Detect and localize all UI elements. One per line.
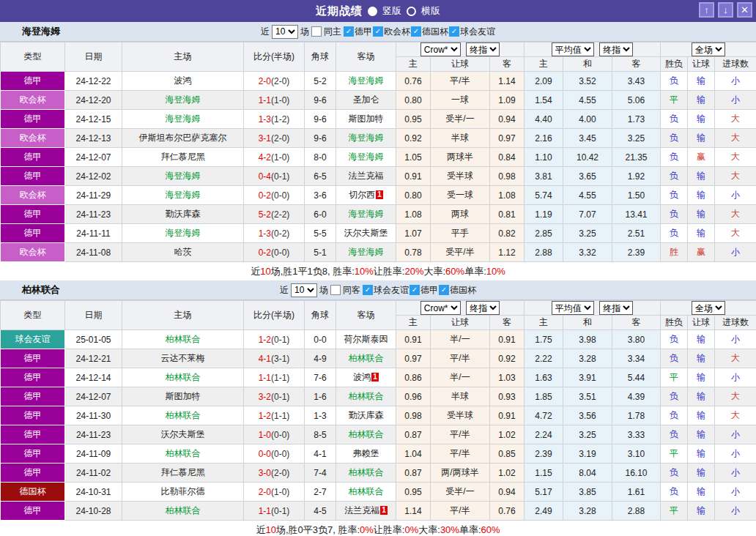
col-header-corner: 角球 [305,301,336,330]
odds-away-cell: 0.91 [490,406,525,425]
halftime-score: (0-1) [271,506,289,516]
corner-cell: 9-6 [305,110,336,129]
match-row: 德甲24-11-02拜仁慕尼黑3-0(2-0)7-4柏林联合0.87两/两球半1… [1,464,756,483]
league-checkbox[interactable]: ✓ [449,26,459,37]
league-checkbox[interactable]: ✓ [344,26,354,37]
corner-cell: 7-4 [305,464,336,483]
horizontal-layout-radio[interactable] [407,7,416,16]
match-row: 球会友谊25-01-05柏林联合1-2(0-1)0-0荷尔斯泰因0.91半/一0… [1,330,756,349]
col-header-score: 比分(半场) [244,301,305,330]
odds-home-cell: 0.87 [396,464,431,483]
results-table: 类型 日期 主场 比分(半场) 角球 客场 Crow* 终指 平均值 终指 [0,42,756,262]
halftime-score: (0-1) [271,335,289,345]
home-team-cell: 拜仁慕尼黑 [122,464,244,483]
odds-home-cell: 1.14 [396,502,431,521]
avg-final-select[interactable]: 终指 [599,301,633,315]
corner-cell: 5-1 [305,243,336,262]
odds-final-select[interactable]: 终指 [466,301,500,315]
avg-away-cell: 2.88 [612,502,661,521]
avg-home-cell: 2.85 [525,224,563,243]
away-team-cell: 斯图加特 [336,110,396,129]
avg-draw-cell: 3.51 [563,387,612,406]
move-down-button[interactable]: ↓ [718,2,733,18]
match-count-select[interactable]: 10 [272,25,298,39]
goals-result-cell: 大 [715,224,756,243]
league-type-cell: 德甲 [1,406,65,425]
avg-draw-cell: 4.00 [563,110,612,129]
league-type-cell: 德甲 [1,502,65,521]
league-checkbox[interactable]: ✓ [439,285,449,295]
move-up-button[interactable]: ↑ [699,2,714,18]
league-checkbox[interactable]: ✓ [410,285,420,295]
league-checkbox-label: 欧会杯 [384,26,410,38]
fulltime-score: 1-2 [259,335,271,345]
goals-result-cell: 小 [715,502,756,521]
col-header-score: 比分(半场) [244,42,305,72]
date-cell: 24-12-22 [65,72,122,91]
avg-away-cell: 1.50 [612,186,661,205]
results-table: 类型 日期 主场 比分(半场) 角球 客场 Crow* 终指 平均值 终指 [0,300,756,521]
summary-segment: 场,胜0平3负7, 胜率: [276,524,360,536]
score-cell: 1-3(0-2) [244,224,305,243]
odds-final-select[interactable]: 终指 [466,42,500,56]
corner-cell: 9-6 [305,91,336,110]
summary-segment: 大率: [418,524,440,536]
goals-result-cell: 小 [715,425,756,444]
date-cell: 24-12-15 [65,110,122,129]
home-team-cell: 勤沃库森 [122,205,244,224]
odds-home-cell: 0.91 [396,330,431,349]
date-cell: 24-12-07 [65,148,122,167]
home-team-cell: 海登海姆 [122,186,244,205]
avg-draw-cell: 3.85 [563,483,612,502]
sub-header-handicap: 让球 [431,316,490,330]
close-button[interactable]: ✕ [737,2,752,18]
away-team-cell: 柏林联合 [336,464,396,483]
league-type-cell: 德甲 [1,224,65,243]
avg-home-cell: 1.10 [525,148,563,167]
same-venue-checkbox[interactable] [330,285,341,295]
avg-company-select[interactable]: 平均值 [552,301,594,315]
league-checkbox[interactable]: ✓ [411,26,421,37]
league-checkbox[interactable]: ✓ [363,285,373,295]
team-name-text: 海登海姆 [166,171,201,181]
vertical-layout-radio[interactable] [368,7,377,16]
halftime-score: (2-0) [271,468,289,478]
sub-header-odds-away: 客 [490,57,525,72]
fulltime-score: 1-3 [259,114,271,124]
summary-segment: 20% [404,266,423,277]
avg-home-cell: 1.85 [525,387,563,406]
date-cell: 24-12-13 [65,129,122,148]
date-cell: 24-12-07 [65,387,122,406]
avg-draw-cell: 3.19 [563,444,612,464]
home-team-cell: 波鸿 [122,72,244,91]
avg-final-select[interactable]: 终指 [599,42,633,56]
match-row: 德甲24-12-15海登海姆1-3(1-2)9-6斯图加特0.95受半/一0.9… [1,110,756,129]
avg-draw-cell: 7.07 [563,205,612,224]
odds-company-select[interactable]: Crow* [420,301,461,315]
avg-company-select[interactable]: 平均值 [552,42,594,56]
goals-result-cell: 小 [715,368,756,387]
team-name-text: 波鸿 [353,372,371,382]
avg-home-cell: 3.81 [525,167,563,186]
match-count-select[interactable]: 10 [291,283,317,297]
scope-select[interactable]: 全场 [692,301,725,315]
score-cell: 2-0(2-0) [244,72,305,91]
halftime-score: (1-1) [271,373,289,383]
summary-segment: 近 [251,265,260,278]
handicap-cell: 受一球 [431,186,490,205]
match-row: 德甲24-11-30柏林联合1-2(1-1)1-3勤沃库森0.98受半球0.91… [1,406,756,425]
avg-away-cell: 3.25 [612,129,661,148]
scope-group-header: 全场 [661,42,756,57]
halftime-score: (1-0) [271,95,289,105]
away-team-cell: 法兰克福1 [336,502,396,521]
scope-select[interactable]: 全场 [692,42,725,56]
same-venue-checkbox[interactable] [311,26,322,37]
fulltime-score: 0-4 [259,171,271,182]
result-cell: 负 [661,148,688,167]
league-checkbox[interactable]: ✓ [373,26,383,37]
away-team-cell: 弗赖堡 [336,444,396,464]
avg-home-cell: 2.09 [525,72,563,91]
team-name-text: 比勒菲尔德 [161,486,205,496]
odds-company-select[interactable]: Crow* [420,42,461,56]
match-row: 德甲24-11-23沃尔夫斯堡1-0(0-0)8-5柏林联合0.87平/半1.0… [1,425,756,444]
